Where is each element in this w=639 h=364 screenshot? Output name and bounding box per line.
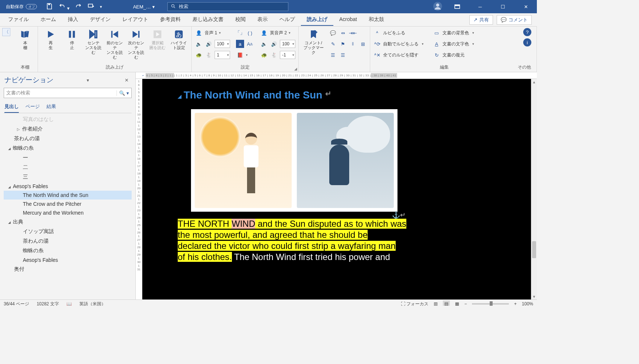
collapse-heading-icon[interactable]: ◢ bbox=[178, 94, 181, 99]
minimize-button[interactable]: ─ bbox=[472, 0, 488, 13]
speed-fast-icon[interactable]: 🐇 bbox=[205, 51, 213, 59]
pitch2-input[interactable]: -1 bbox=[280, 51, 295, 59]
nav-item[interactable]: 茶わんの湯 bbox=[4, 236, 132, 246]
nav-item[interactable]: Aesop's Fables bbox=[4, 256, 132, 264]
info-icon[interactable]: i bbox=[523, 38, 531, 46]
zoom-out-button[interactable]: − bbox=[464, 301, 467, 306]
paren-icon[interactable]: ( ) bbox=[246, 29, 254, 37]
nav-search-input[interactable]: 文書の検索 🔍 ▾ bbox=[4, 88, 132, 98]
nav-item[interactable]: 茶わんの湯 bbox=[4, 134, 132, 143]
share-button[interactable]: ↗共有 bbox=[469, 15, 493, 25]
nav-item[interactable]: 一 bbox=[4, 153, 132, 163]
nav-item[interactable]: 二 bbox=[4, 163, 132, 172]
read-sentence-button[interactable]: センテ ンスを読む bbox=[84, 29, 103, 55]
bookshelf-button[interactable]: 本 棚 bbox=[15, 29, 35, 50]
read-selection-button[interactable]: 選択範 囲を読む bbox=[148, 29, 167, 50]
nav-item[interactable]: イソップ寓話 bbox=[4, 227, 132, 236]
ribbon-back-button[interactable]: 〈 bbox=[2, 28, 10, 36]
nav-item[interactable]: 写真のはなし bbox=[4, 115, 132, 124]
horizontal-ruler[interactable]: ⌐6 | 5 | 4 | 3 | 2 | 1 | | 1 | 2 | 3 | 4… bbox=[136, 72, 537, 79]
save-icon[interactable] bbox=[46, 3, 53, 11]
bg-color-button[interactable]: ▭文書の背景色▾ bbox=[433, 28, 474, 38]
nav-tab-ページ[interactable]: ページ bbox=[25, 102, 40, 113]
tab-表示[interactable]: 表示 bbox=[251, 14, 274, 26]
page-count[interactable]: 36/44 ページ bbox=[4, 301, 29, 306]
nav-item[interactable]: The Crow and the Pitcher bbox=[4, 200, 132, 208]
zoom-level[interactable]: 100% bbox=[522, 301, 533, 306]
tab-差し込み文書[interactable]: 差し込み文書 bbox=[187, 14, 229, 26]
highlight-settings-button[interactable]: あハイライ ト設定 bbox=[169, 29, 188, 50]
prev-sentence-button[interactable]: 前のセンテ ンスを読む bbox=[105, 29, 124, 60]
volume-down-icon[interactable]: 🔈 bbox=[260, 40, 268, 48]
compress-icon[interactable]: ⇥⇤ bbox=[349, 29, 357, 37]
comment-button[interactable]: 💬コメント bbox=[497, 15, 532, 25]
zoom-in-button[interactable]: + bbox=[514, 301, 517, 306]
tab-Acrobat[interactable]: Acrobat bbox=[333, 14, 363, 26]
search-box[interactable]: 検索 bbox=[167, 2, 288, 11]
page-canvas[interactable]: ◢ The North Wind and the Sun↵ ⚓↵ THE NOR… bbox=[142, 79, 531, 299]
spacing-icon[interactable]: ⫴ bbox=[349, 40, 357, 48]
list-icon[interactable]: ☰ bbox=[329, 51, 337, 59]
comment-bookmark-button[interactable]: コメント/ ブックマーク bbox=[302, 29, 325, 55]
tab-ヘルプ[interactable]: ヘルプ bbox=[274, 14, 301, 26]
voice1-selector[interactable]: 👤音声 1▾ bbox=[195, 28, 230, 38]
zoom-slider[interactable] bbox=[472, 303, 509, 305]
nav-tab-結果[interactable]: 結果 bbox=[46, 102, 56, 113]
tab-和太鼓[interactable]: 和太鼓 bbox=[363, 14, 390, 26]
read-mode-icon[interactable]: ▥ bbox=[434, 301, 438, 306]
document-name[interactable]: AEM_… ▾ bbox=[133, 4, 155, 10]
nav-item[interactable]: 三 bbox=[4, 172, 132, 182]
nav-options-icon[interactable]: ▾ bbox=[84, 77, 91, 83]
web-layout-icon[interactable]: ▦ bbox=[455, 301, 459, 306]
tab-校閲[interactable]: 校閲 bbox=[229, 14, 251, 26]
illustration-image[interactable] bbox=[191, 109, 397, 212]
width-icon[interactable]: ⇔ bbox=[339, 29, 347, 37]
auto-ruby-button[interactable]: ᴬ⟳自動でルビをふる▾ bbox=[373, 39, 424, 49]
a-char-icon[interactable]: a bbox=[236, 40, 244, 48]
maximize-button[interactable]: ☐ bbox=[495, 0, 511, 13]
book-icon[interactable]: 📕 bbox=[236, 51, 244, 59]
stop-button[interactable]: 停 止 bbox=[62, 29, 81, 50]
tab-ファイル[interactable]: ファイル bbox=[2, 14, 35, 26]
rate2-input[interactable]: 100 bbox=[280, 40, 295, 48]
body-text[interactable]: THE NORTH WIND and the Sun disputed as t… bbox=[178, 218, 513, 263]
word-count[interactable]: 10282 文字 bbox=[37, 301, 59, 306]
font-icon[interactable]: Aあ bbox=[246, 40, 254, 48]
redo-icon[interactable] bbox=[75, 3, 82, 11]
tab-挿入[interactable]: 挿入 bbox=[62, 14, 84, 26]
speed-slow-icon[interactable]: 🐢 bbox=[260, 51, 268, 59]
scroll-up-icon[interactable]: ▲ bbox=[531, 79, 537, 85]
account-icon[interactable] bbox=[433, 1, 442, 12]
nav-tab-見出し[interactable]: 見出し bbox=[4, 102, 19, 113]
tab-参考資料[interactable]: 参考資料 bbox=[154, 14, 187, 26]
nav-item[interactable]: 蜘蛛の糸 bbox=[4, 246, 132, 256]
search-icon[interactable]: 🔍 ▾ bbox=[117, 90, 129, 96]
nav-item[interactable]: Aesop's Fables bbox=[4, 182, 132, 191]
tab-ホーム[interactable]: ホーム bbox=[35, 14, 62, 26]
focus-mode[interactable]: ⛶ フォーカス bbox=[401, 301, 428, 306]
volume-down-icon[interactable]: 🔈 bbox=[195, 40, 203, 48]
voice2-selector[interactable]: 👤英音声 2▾ bbox=[260, 28, 295, 38]
nav-item[interactable]: Mercury and the Workmen bbox=[4, 208, 132, 217]
pitch1-input[interactable]: 1 bbox=[215, 51, 230, 59]
comment-icon[interactable]: 💬 bbox=[329, 29, 337, 37]
speed-fast-icon[interactable]: 🐇 bbox=[270, 51, 278, 59]
nav-item[interactable]: 出典 bbox=[4, 217, 132, 227]
autosave-toggle[interactable]: 自動保存 オフ bbox=[6, 4, 37, 10]
undo-icon[interactable]: ▾ bbox=[58, 3, 70, 11]
nav-item[interactable]: 作者紹介 bbox=[4, 124, 132, 134]
tab-読み上げ[interactable]: 読み上げ bbox=[301, 14, 333, 26]
close-button[interactable]: ✕ bbox=[518, 0, 534, 13]
nav-item[interactable]: 奥付 bbox=[4, 264, 132, 274]
next-sentence-button[interactable]: 次のセンテ ンスを読む bbox=[126, 29, 146, 60]
ruby-button[interactable]: ᴬルビをふる bbox=[373, 28, 424, 38]
quote-left-icon[interactable]: 「」 bbox=[236, 29, 244, 37]
speed-slow-icon[interactable]: 🐢 bbox=[195, 51, 203, 59]
vertical-ruler[interactable]: 1615181911011111211311411511611711811912… bbox=[136, 79, 142, 299]
dialog-launcher-icon[interactable]: ◢ bbox=[294, 67, 297, 71]
hide-ruby-button[interactable]: ᴬ✕全てのルビを隠す bbox=[373, 50, 424, 60]
tab-デザイン[interactable]: デザイン bbox=[84, 14, 117, 26]
nav-item[interactable]: The North Wind and the Sun bbox=[4, 191, 132, 200]
pencil-icon[interactable]: ✎ bbox=[329, 40, 337, 48]
scroll-thumb[interactable] bbox=[532, 241, 536, 258]
